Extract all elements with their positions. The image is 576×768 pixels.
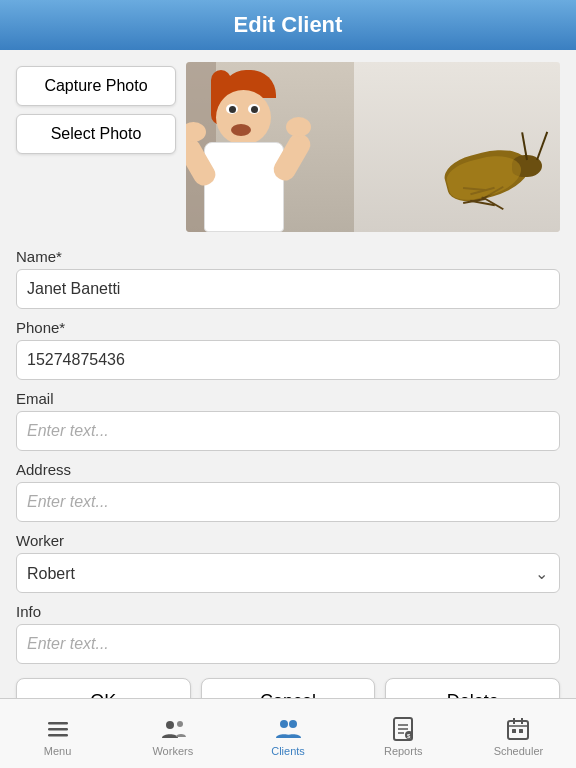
tab-workers[interactable]: Workers [115,710,230,757]
name-label: Name* [16,248,560,265]
svg-point-5 [280,720,288,728]
info-input[interactable] [16,624,560,664]
svg-rect-13 [508,721,528,739]
name-field-group: Name* [16,248,560,309]
address-field-group: Address [16,461,560,522]
email-field-group: Email [16,390,560,451]
delete-button[interactable]: Delete [385,678,560,698]
svg-rect-18 [519,729,523,733]
worker-select-wrapper: Robert Alice Bob Carol ⌄ [16,553,560,593]
address-input[interactable] [16,482,560,522]
name-input[interactable] [16,269,560,309]
tab-workers-label: Workers [152,745,193,757]
svg-point-4 [177,721,183,727]
menu-icon [45,716,71,742]
email-label: Email [16,390,560,407]
svg-rect-1 [48,728,68,731]
tab-menu[interactable]: Menu [0,710,115,757]
tab-reports-label: Reports [384,745,423,757]
action-buttons-group: OK Cancel Delete [16,678,560,698]
phone-input[interactable] [16,340,560,380]
phone-field-group: Phone* [16,319,560,380]
app-header: Edit Client [0,0,576,50]
clients-icon [275,716,301,742]
photo-image [186,62,560,232]
photo-buttons-group: Capture Photo Select Photo [16,62,176,232]
worker-field-group: Worker Robert Alice Bob Carol ⌄ [16,532,560,593]
address-label: Address [16,461,560,478]
svg-rect-0 [48,722,68,725]
phone-label: Phone* [16,319,560,336]
svg-point-6 [289,720,297,728]
select-photo-button[interactable]: Select Photo [16,114,176,154]
svg-rect-17 [512,729,516,733]
photo-preview [186,62,560,232]
info-label: Info [16,603,560,620]
worker-label: Worker [16,532,560,549]
cancel-button[interactable]: Cancel [201,678,376,698]
photo-section: Capture Photo Select Photo [16,62,560,232]
worker-select[interactable]: Robert Alice Bob Carol [16,553,560,593]
workers-icon [160,716,186,742]
ok-button[interactable]: OK [16,678,191,698]
email-input[interactable] [16,411,560,451]
svg-rect-2 [48,734,68,737]
tab-clients-label: Clients [271,745,305,757]
page-title: Edit Client [234,12,343,38]
tab-bar: Menu Workers Clients $ Reports [0,698,576,768]
tab-menu-label: Menu [44,745,72,757]
main-content: Capture Photo Select Photo [0,50,576,698]
svg-point-3 [166,721,174,729]
tab-scheduler-label: Scheduler [494,745,544,757]
tab-clients[interactable]: Clients [230,710,345,757]
info-field-group: Info [16,603,560,664]
reports-icon: $ [390,716,416,742]
scheduler-icon [505,716,531,742]
tab-scheduler[interactable]: Scheduler [461,710,576,757]
tab-reports[interactable]: $ Reports [346,710,461,757]
capture-photo-button[interactable]: Capture Photo [16,66,176,106]
